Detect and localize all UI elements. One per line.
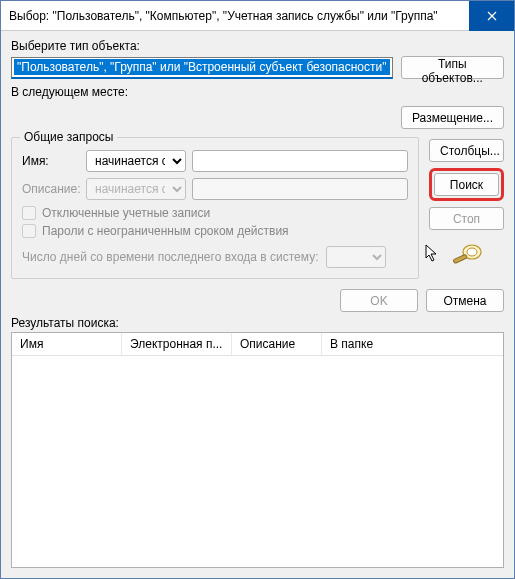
stop-button[interactable]: Стоп [429, 207, 504, 230]
location-label: В следующем месте: [11, 85, 504, 99]
days-combo[interactable] [326, 246, 386, 268]
window-title: Выбор: "Пользователь", "Компьютер", "Уче… [9, 9, 469, 23]
days-since-logon-label: Число дней со времени последнего входа в… [22, 250, 318, 264]
ok-button[interactable]: OK [340, 289, 418, 312]
disabled-accounts-checkbox[interactable] [22, 206, 36, 220]
name-label: Имя: [22, 154, 80, 168]
name-match-combo[interactable]: начинается с [86, 150, 186, 172]
svg-point-1 [467, 248, 477, 256]
titlebar: Выбор: "Пользователь", "Компьютер", "Уче… [1, 1, 514, 31]
dialog-body: Выберите тип объекта: "Пользователь", "Г… [1, 31, 514, 578]
results-list[interactable]: Имя Электронная п... Описание В папке [11, 332, 504, 568]
cursor-icon [425, 244, 439, 262]
common-queries-group: Общие запросы Имя: начинается с Описание… [11, 137, 419, 279]
object-type-value: "Пользователь", "Группа" или "Встроенный… [14, 59, 390, 75]
search-button-highlight: Поиск [429, 168, 504, 201]
find-icon [450, 242, 484, 268]
object-type-field[interactable]: "Пользователь", "Группа" или "Встроенный… [11, 57, 393, 79]
results-header: Имя Электронная п... Описание В папке [12, 333, 503, 356]
close-icon [487, 11, 497, 21]
cancel-button[interactable]: Отмена [426, 289, 504, 312]
common-queries-legend: Общие запросы [20, 130, 117, 144]
name-input[interactable] [192, 150, 408, 172]
disabled-accounts-label: Отключенные учетные записи [42, 206, 210, 220]
desc-match-combo[interactable]: начинается с [86, 178, 186, 200]
svg-rect-2 [453, 254, 467, 264]
col-name[interactable]: Имя [12, 333, 122, 355]
nonexpiring-pwd-label: Пароли с неограниченным сроком действия [42, 224, 289, 238]
location-button[interactable]: Размещение... [401, 106, 504, 129]
col-description[interactable]: Описание [232, 333, 322, 355]
col-folder[interactable]: В папке [322, 333, 503, 355]
col-email[interactable]: Электронная п... [122, 333, 232, 355]
object-type-label: Выберите тип объекта: [11, 39, 504, 53]
columns-button[interactable]: Столбцы... [429, 139, 504, 162]
nonexpiring-pwd-checkbox[interactable] [22, 224, 36, 238]
close-button[interactable] [469, 1, 514, 31]
results-label: Результаты поиска: [11, 316, 504, 330]
side-buttons: Столбцы... Поиск Стоп [429, 137, 504, 279]
object-types-button[interactable]: Типы объектов... [401, 56, 504, 79]
desc-label: Описание: [22, 182, 80, 196]
desc-input[interactable] [192, 178, 408, 200]
search-button[interactable]: Поиск [434, 173, 499, 196]
